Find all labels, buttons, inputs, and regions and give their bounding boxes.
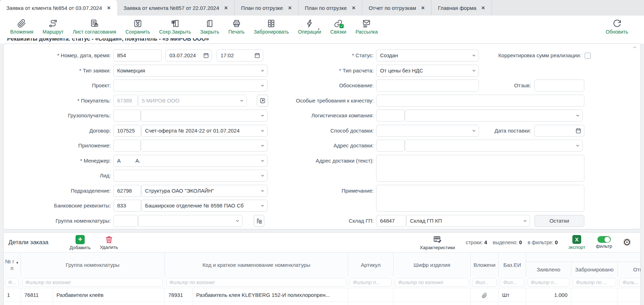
filter-input-group[interactable] xyxy=(22,278,163,287)
table-row-cell-attachment[interactable] xyxy=(471,288,499,301)
nomenclature-group-select[interactable] xyxy=(138,215,242,227)
delivery-date-field[interactable] xyxy=(534,125,584,137)
annex-code-field[interactable] xyxy=(113,140,141,152)
date-field[interactable]: 03.07.2024 xyxy=(165,49,212,61)
correction-checkbox[interactable] xyxy=(585,53,591,59)
filter-input-cipher[interactable] xyxy=(395,278,469,287)
close-icon[interactable]: ✕ xyxy=(224,5,228,11)
links-button[interactable]: ✓ Связки xyxy=(326,19,351,35)
filter-input-code-name[interactable] xyxy=(166,278,347,287)
logistics-code-field[interactable] xyxy=(376,110,405,122)
bank-code-field[interactable]: 833 xyxy=(113,200,141,212)
note-area[interactable] xyxy=(376,185,584,212)
route-button[interactable]: Маршрут xyxy=(38,19,68,35)
characteristics-button[interactable]: Характеристики xyxy=(420,235,455,250)
buyer-name-select[interactable]: 5 МИРОВ ООО xyxy=(138,95,247,107)
toggle-on-icon[interactable] xyxy=(597,236,611,243)
request-type-select[interactable]: Коммерция xyxy=(113,65,267,77)
table-row-cell-attachment[interactable] xyxy=(471,301,499,305)
collapse-panel-icon[interactable] xyxy=(632,45,637,50)
logistics-name-select[interactable] xyxy=(405,110,583,122)
approval-sheet-button[interactable]: Лист согласования xyxy=(68,19,121,35)
filter-toggle[interactable]: фильтр xyxy=(596,236,612,249)
number-field[interactable]: 854 xyxy=(113,49,162,61)
table-row-cell-cipher[interactable] xyxy=(393,288,471,301)
remains-button[interactable]: Остатки xyxy=(534,215,584,227)
consignee-name-select[interactable] xyxy=(141,110,267,122)
delivery-address-text-area[interactable] xyxy=(376,155,584,182)
bank-name-select[interactable]: Башкирское отделение № 8598 ПАО Сб xyxy=(141,200,267,212)
table-row-cell-name[interactable]: Мастика Т... xyxy=(193,301,348,305)
column-header-cipher[interactable]: Шифр изделия xyxy=(393,253,471,277)
operations-button[interactable]: ▾ Операции xyxy=(294,19,326,35)
warehouse-name-select[interactable]: Склад ГП КП xyxy=(406,215,530,227)
print-button[interactable]: Печать xyxy=(224,19,249,35)
save-button[interactable]: Сохранить xyxy=(121,19,155,35)
table-row-cell-num[interactable]: 2 xyxy=(4,301,21,305)
calendar-icon[interactable] xyxy=(203,52,209,59)
column-header-shipped[interactable]: Отгр xyxy=(618,262,641,277)
column-header-requested[interactable]: Заявлено xyxy=(526,262,571,277)
delivery-address-code-field[interactable] xyxy=(376,140,405,152)
table-row-cell-article[interactable] xyxy=(348,288,393,301)
table-row-cell-group-name[interactable]: Разбавители клеёв xyxy=(53,288,165,301)
table-row-cell-group-code[interactable]: 76811 xyxy=(21,288,53,301)
division-name-select[interactable]: Структура ОАО "ЭКОЛАЙН" xyxy=(141,185,267,197)
filter-input-attachments[interactable] xyxy=(472,278,497,287)
table-row-cell-reserved[interactable] xyxy=(571,301,618,305)
table-row-cell-num[interactable]: 1 xyxy=(4,288,21,301)
close-icon[interactable]: ✕ xyxy=(421,5,425,11)
add-row-button[interactable]: + Добавить xyxy=(70,235,91,250)
tab-main-form[interactable]: Главная форма ✕ xyxy=(432,0,492,16)
calendar-icon[interactable] xyxy=(575,128,582,134)
column-header-reserved[interactable]: Забронировано xyxy=(571,262,618,277)
manager-select[interactable]: А А. xyxy=(113,155,267,167)
close-icon[interactable]: ✕ xyxy=(352,5,356,11)
consignee-code-field[interactable] xyxy=(113,110,141,122)
close-icon[interactable]: ✕ xyxy=(288,5,292,11)
table-row-cell-code[interactable]: 80035 xyxy=(165,301,193,305)
table-row-cell-name[interactable]: Разбавитель клея KLEYBERG 152-И полихлор… xyxy=(193,288,348,301)
table-row-cell-article[interactable] xyxy=(348,301,393,305)
column-header-code-name[interactable]: Код и краткое наименование номенклатуры xyxy=(165,253,348,277)
lead-select[interactable] xyxy=(113,170,267,182)
contract-code-field[interactable]: 107525 xyxy=(113,125,141,137)
table-row-cell-reserved[interactable] xyxy=(571,288,618,301)
buyer-code-field[interactable]: 67389 xyxy=(113,95,138,107)
table-row-cell-cipher[interactable] xyxy=(393,301,471,305)
tab-shipment-report[interactable]: Отчет по отгрузкам ✕ xyxy=(362,0,432,16)
column-header-article[interactable]: Артикул xyxy=(348,253,393,277)
export-excel-button[interactable]: X экспорт xyxy=(568,235,585,250)
column-header-base-unit[interactable]: Баз.ЕИ xyxy=(499,253,526,277)
gear-icon[interactable]: ⚙ xyxy=(623,238,631,247)
filter-input-reserved[interactable] xyxy=(573,278,616,287)
reserve-button[interactable]: Забронировать xyxy=(249,19,293,35)
filter-input-article[interactable] xyxy=(350,278,392,287)
filter-input-base-unit[interactable] xyxy=(500,278,524,287)
table-row-cell-requested[interactable]: 1.000 xyxy=(526,301,571,305)
close-icon[interactable]: ✕ xyxy=(107,5,111,11)
filter-input-requested[interactable] xyxy=(528,278,570,287)
attachments-button[interactable]: Вложения xyxy=(6,19,38,35)
save-close-button[interactable]: Сохр.Закрыть xyxy=(155,19,195,35)
table-row-cell-shipped[interactable] xyxy=(618,288,641,301)
division-code-field[interactable]: 62798 xyxy=(113,185,141,197)
delete-row-button[interactable]: Удалить xyxy=(100,235,118,250)
warehouse-code-field[interactable]: 64847 xyxy=(376,215,406,227)
table-row-cell-group-name[interactable]: М... xyxy=(53,301,165,305)
column-header-group[interactable]: Группа номенклатуры xyxy=(21,253,165,277)
contract-name-select[interactable]: Счет-оферта № 2024-22 от 01.07.2024 xyxy=(141,125,267,137)
filter-input-num[interactable] xyxy=(5,278,19,287)
tab-shipment-plan-1[interactable]: План по отгрузке ✕ xyxy=(235,0,299,16)
refresh-button[interactable]: Обновить xyxy=(601,19,633,35)
table-row-cell-shipped[interactable] xyxy=(618,301,641,305)
calc-type-select[interactable]: От цены без НДС xyxy=(376,65,479,77)
review-field[interactable] xyxy=(534,80,584,92)
table-row-cell-unit[interactable]: Шт xyxy=(499,288,526,301)
tab-request-854[interactable]: Заявка от клиента №854 от 03.07.2024 ✕ xyxy=(0,0,117,16)
project-select[interactable] xyxy=(113,80,267,92)
close-icon[interactable]: ✕ xyxy=(481,5,485,11)
column-header-attachments[interactable]: Вложени xyxy=(471,253,499,277)
table-row-cell-group-code[interactable]: 76... xyxy=(21,301,53,305)
tab-request-857[interactable]: Заявка от клиента №857 от 22.07.2024 ✕ xyxy=(117,0,235,16)
